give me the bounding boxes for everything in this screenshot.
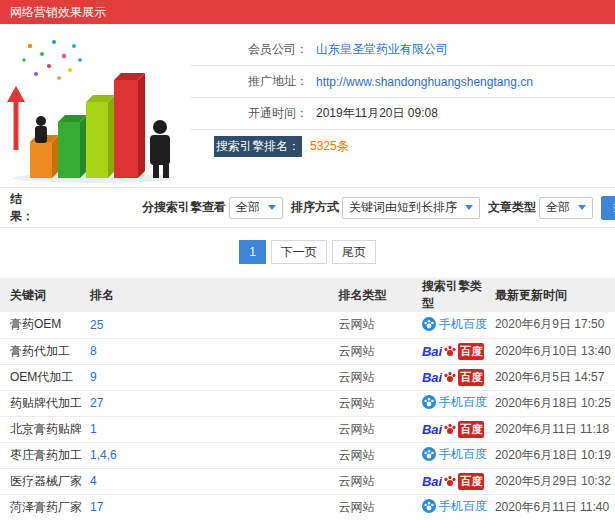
company-link[interactable]: 山东皇圣堂药业有限公司 xyxy=(316,41,448,58)
keyword-cell: 膏药代加工 xyxy=(0,338,86,364)
updated-cell: 2020年6月9日 17:50 xyxy=(491,312,615,338)
baidu-paw-icon xyxy=(443,344,457,358)
header-updated: 最新更新时间 xyxy=(491,278,615,312)
rank-cell: 1 xyxy=(86,416,335,442)
engine-cell: 手机百度 Bai 百度 xyxy=(418,390,491,416)
rank-cell: 4 xyxy=(86,468,335,494)
engine-filter-select[interactable]: 全部 xyxy=(229,197,283,219)
updated-cell: 2020年6月11日 11:18 xyxy=(491,416,615,442)
keyword-text: OEM代加工 xyxy=(10,370,73,384)
table-row: 医疗器械厂家 4 云网站 手机百度 Bai xyxy=(0,468,615,494)
results-table-body: 膏药OEM 25 云网站 手机百度 Bai xyxy=(0,312,615,520)
engine-cell: 手机百度 Bai 百度 xyxy=(418,442,491,468)
baidu-logo-du: 百度 xyxy=(458,343,484,360)
rank-cell: 25 xyxy=(86,312,335,338)
rank-type-cell: 云网站 xyxy=(335,338,418,364)
keyword-text: 枣庄膏药加工 xyxy=(10,448,82,462)
engine-rank-count: 5325条 xyxy=(310,138,349,155)
keyword-cell: 枣庄膏药加工 xyxy=(0,442,86,468)
header-rank-type: 排名类型 xyxy=(335,278,418,312)
table-row: 膏药代加工 8 云网站 手机百度 Bai xyxy=(0,338,615,364)
keyword-cell: 膏药OEM xyxy=(0,312,86,338)
rank-link[interactable]: 17 xyxy=(90,500,103,514)
engine-filter-value: 全部 xyxy=(236,199,260,216)
rank-cell: 9 xyxy=(86,364,335,390)
chevron-down-icon xyxy=(268,205,276,210)
growth-chart-illustration xyxy=(0,24,190,187)
updated-text: 2020年6月10日 13:40 xyxy=(495,344,611,358)
rank-link[interactable]: 4 xyxy=(90,474,97,488)
article-type-select[interactable]: 全部 xyxy=(539,197,593,219)
engine-cell: 手机百度 Bai 百度 xyxy=(418,338,491,364)
updated-text: 2020年6月9日 17:50 xyxy=(495,317,604,331)
sort-filter-value: 关键词由短到长排序 xyxy=(349,199,457,216)
engine-rank-row: 搜索引擎排名： 5325条 xyxy=(190,130,615,162)
rank-link[interactable]: 25 xyxy=(90,318,103,332)
next-page-button[interactable]: 下一页 xyxy=(271,240,327,264)
company-row: 会员公司： 山东皇圣堂药业有限公司 xyxy=(190,34,615,66)
keyword-cell: 菏泽膏药厂家 xyxy=(0,494,86,520)
updated-text: 2020年6月18日 10:19 xyxy=(495,448,611,462)
rank-link[interactable]: 27 xyxy=(90,396,103,410)
filter-bar: 结果： 分搜索引擎查看 全部 排序方式 关键词由短到长排序 文章类型 全部 提交 xyxy=(0,188,615,228)
promo-url-link[interactable]: http://www.shandonghuangshengtang.cn xyxy=(316,75,533,89)
keyword-text: 膏药代加工 xyxy=(10,344,70,358)
mobile-baidu-label: 手机百度 xyxy=(439,498,487,515)
baidu-logo: Bai 百度 xyxy=(422,473,484,490)
table-row: 北京膏药贴牌 1 云网站 手机百度 Bai xyxy=(0,416,615,442)
mobile-baidu-label: 手机百度 xyxy=(439,394,487,411)
keyword-text: 药贴牌代加工 xyxy=(10,396,82,410)
table-row: OEM代加工 9 云网站 手机百度 Bai xyxy=(0,364,615,390)
page-title: 网络营销效果展示 xyxy=(10,5,106,19)
engine-cell: 手机百度 Bai 百度 xyxy=(418,312,491,338)
mobile-baidu-label: 手机百度 xyxy=(439,316,487,333)
rank-type-cell: 云网站 xyxy=(335,468,418,494)
baidu-logo-bai: Bai xyxy=(422,344,442,359)
businessman-right xyxy=(150,120,170,178)
mobile-baidu-logo: 手机百度 xyxy=(422,498,487,515)
updated-text: 2020年6月18日 10:25 xyxy=(495,396,611,410)
open-time-value: 2019年11月20日 09:08 xyxy=(316,105,438,122)
rank-link[interactable]: 8 xyxy=(90,344,97,358)
member-info: 会员公司： 山东皇圣堂药业有限公司 推广地址： http://www.shand… xyxy=(190,24,615,187)
baidu-logo-du: 百度 xyxy=(458,369,484,386)
keyword-text: 北京膏药贴牌 xyxy=(10,422,82,436)
bar-chart-graphic xyxy=(2,30,188,184)
mobile-baidu-icon xyxy=(422,317,436,331)
results-table-head: 关键词 排名 排名类型 搜索引擎类型 最新更新时间 xyxy=(0,278,615,312)
rank-type-text: 云网站 xyxy=(339,370,375,384)
keyword-cell: OEM代加工 xyxy=(0,364,86,390)
mobile-baidu-label: 手机百度 xyxy=(439,446,487,463)
last-page-button[interactable]: 尾页 xyxy=(332,240,376,264)
table-row: 枣庄膏药加工 1,4,6 云网站 手机百度 Bai xyxy=(0,442,615,468)
info-section: 会员公司： 山东皇圣堂药业有限公司 推广地址： http://www.shand… xyxy=(0,24,615,188)
rank-link[interactable]: 9 xyxy=(90,370,97,384)
rank-type-text: 云网站 xyxy=(339,474,375,488)
sort-filter-select[interactable]: 关键词由短到长排序 xyxy=(342,197,480,219)
rank-type-text: 云网站 xyxy=(339,317,375,331)
submit-button[interactable]: 提交 xyxy=(601,196,615,220)
rank-link[interactable]: 1,4,6 xyxy=(90,448,117,462)
keyword-text: 膏药OEM xyxy=(10,317,61,331)
rank-cell: 27 xyxy=(86,390,335,416)
updated-text: 2020年5月29日 10:32 xyxy=(495,474,611,488)
mobile-baidu-logo: 手机百度 xyxy=(422,316,487,333)
updated-text: 2020年6月5日 14:57 xyxy=(495,370,604,384)
result-label: 结果： xyxy=(10,191,34,225)
page-button-current[interactable]: 1 xyxy=(239,240,266,264)
rank-type-cell: 云网站 xyxy=(335,442,418,468)
chevron-down-icon xyxy=(465,205,473,210)
table-row: 膏药OEM 25 云网站 手机百度 Bai xyxy=(0,312,615,338)
updated-cell: 2020年6月11日 11:40 xyxy=(491,494,615,520)
rank-link[interactable]: 1 xyxy=(90,422,97,436)
engine-cell: 手机百度 Bai 百度 xyxy=(418,494,491,520)
sort-filter-label: 排序方式 xyxy=(291,199,339,216)
engine-filter-label: 分搜索引擎查看 xyxy=(142,199,226,216)
table-row: 菏泽膏药厂家 17 云网站 手机百度 Bai xyxy=(0,494,615,520)
updated-text: 2020年6月11日 11:40 xyxy=(495,500,609,514)
article-type-label: 文章类型 xyxy=(488,199,536,216)
bars xyxy=(30,73,145,178)
mobile-baidu-logo: 手机百度 xyxy=(422,446,487,463)
baidu-logo-bai: Bai xyxy=(422,474,442,489)
promo-url-row: 推广地址： http://www.shandonghuangshengtang.… xyxy=(190,66,615,98)
